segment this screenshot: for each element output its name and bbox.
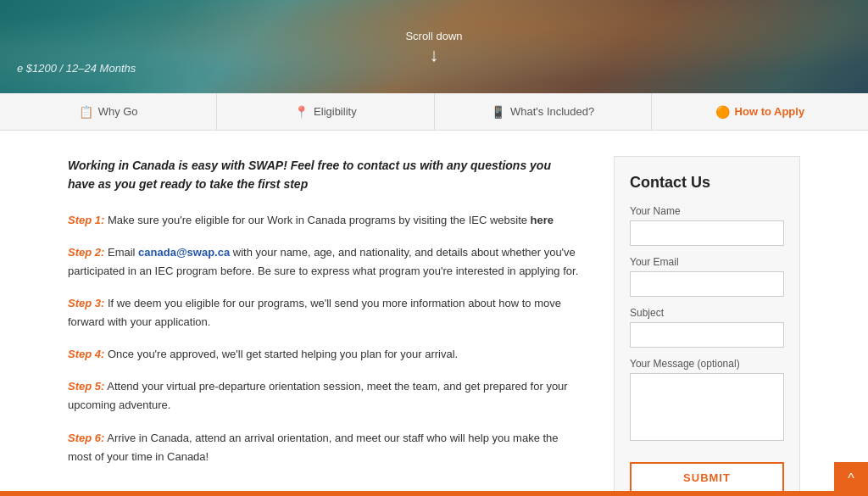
navigation-bar: 📋 Why Go 📍 Eligibility 📱 What's Included… bbox=[0, 93, 868, 131]
main-content: Working in Canada is easy with SWAP! Fee… bbox=[0, 131, 868, 496]
step-2-text: Email bbox=[108, 246, 138, 259]
email-label: Your Email bbox=[630, 256, 784, 268]
scroll-down-indicator[interactable]: Scroll down ↓ bbox=[405, 30, 462, 64]
step-1-label: Step 1: bbox=[68, 214, 104, 226]
submit-button[interactable]: SUBMIT bbox=[630, 462, 784, 493]
subject-field-group: Subject bbox=[630, 307, 784, 348]
step-2-label: Step 2: bbox=[68, 246, 104, 259]
step-5-label: Step 5: bbox=[68, 380, 104, 393]
hero-price: e $1200 / 12–24 Months bbox=[17, 62, 136, 75]
chevron-up-icon: ^ bbox=[848, 471, 854, 487]
nav-item-eligibility[interactable]: 📍 Eligibility bbox=[217, 93, 434, 130]
message-label: Your Message (optional) bbox=[630, 358, 784, 370]
step-4: Step 4: Once you're approved, we'll get … bbox=[68, 345, 580, 364]
step-3-label: Step 3: bbox=[68, 297, 104, 309]
step-1-link[interactable]: here bbox=[531, 214, 554, 226]
contact-box: Contact Us Your Name Your Email Subject … bbox=[614, 156, 800, 496]
step-4-label: Step 4: bbox=[68, 348, 104, 360]
step-1: Step 1: Make sure you're eligible for ou… bbox=[68, 211, 580, 230]
why-go-icon: 📋 bbox=[79, 105, 93, 119]
name-field-group: Your Name bbox=[630, 205, 784, 246]
step-5: Step 5: Attend your virtual pre-departur… bbox=[68, 377, 580, 415]
name-label: Your Name bbox=[630, 205, 784, 217]
step-3-text: If we deem you eligible for our programs… bbox=[68, 297, 561, 328]
intro-text: Working in Canada is easy with SWAP! Fee… bbox=[68, 156, 580, 194]
nav-item-how-to-apply[interactable]: 🟠 How to Apply bbox=[652, 93, 868, 130]
message-field-group: Your Message (optional) bbox=[630, 358, 784, 443]
bottom-strip bbox=[0, 491, 834, 496]
step-3: Step 3: If we deem you eligible for our … bbox=[68, 294, 580, 332]
email-field-group: Your Email bbox=[630, 256, 784, 297]
right-column: Contact Us Your Name Your Email Subject … bbox=[614, 156, 800, 496]
step-6-text: Arrive in Canada, attend an arrival orie… bbox=[68, 432, 559, 463]
name-input[interactable] bbox=[630, 220, 784, 246]
step-2: Step 2: Email canada@swap.ca with your n… bbox=[68, 243, 580, 281]
nav-item-why-go[interactable]: 📋 Why Go bbox=[0, 93, 217, 130]
how-to-apply-icon: 🟠 bbox=[715, 105, 730, 119]
nav-label-why-go: Why Go bbox=[98, 105, 138, 118]
step-2-email[interactable]: canada@swap.ca bbox=[138, 246, 230, 259]
nav-item-whats-included[interactable]: 📱 What's Included? bbox=[435, 93, 652, 130]
message-textarea[interactable] bbox=[630, 373, 784, 441]
eligibility-icon: 📍 bbox=[294, 105, 309, 119]
email-input[interactable] bbox=[630, 271, 784, 297]
hero-section: Scroll down ↓ e $1200 / 12–24 Months bbox=[0, 0, 868, 93]
nav-label-how-to-apply: How to Apply bbox=[735, 105, 805, 118]
scroll-label: Scroll down bbox=[405, 30, 462, 42]
step-6: Step 6: Arrive in Canada, attend an arri… bbox=[68, 429, 580, 466]
scroll-arrow: ↓ bbox=[429, 46, 438, 64]
contact-title: Contact Us bbox=[630, 174, 784, 192]
subject-label: Subject bbox=[630, 307, 784, 319]
whats-included-icon: 📱 bbox=[491, 105, 505, 119]
step-4-text: Once you're approved, we'll get started … bbox=[108, 348, 458, 360]
subject-input[interactable] bbox=[630, 322, 784, 348]
nav-label-whats-included: What's Included? bbox=[510, 105, 594, 118]
step-1-text: Make sure you're eligible for our Work i… bbox=[108, 214, 531, 226]
left-column: Working in Canada is easy with SWAP! Fee… bbox=[68, 156, 588, 496]
nav-label-eligibility: Eligibility bbox=[314, 105, 357, 118]
step-6-label: Step 6: bbox=[68, 432, 104, 444]
scroll-to-top-button[interactable]: ^ bbox=[834, 462, 868, 496]
step-5-text: Attend your virtual pre-departure orient… bbox=[68, 380, 568, 411]
